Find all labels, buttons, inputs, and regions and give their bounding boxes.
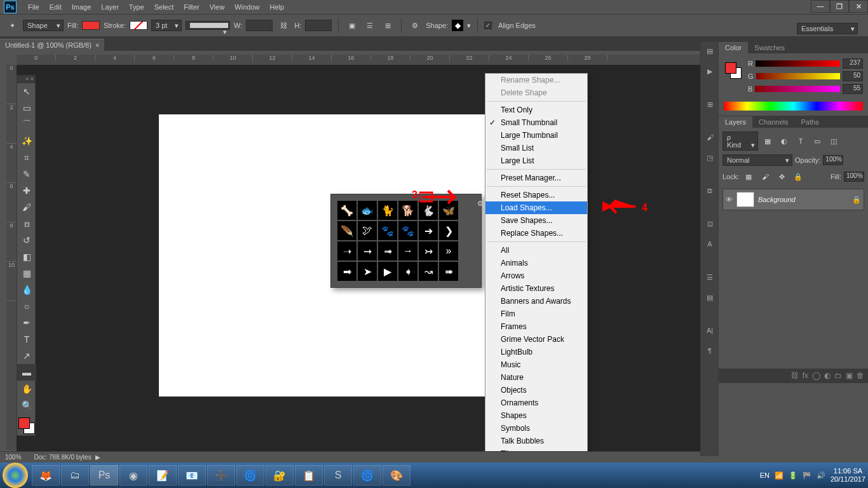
para-style-icon[interactable]: ¶ <box>701 342 719 360</box>
tray-network-icon[interactable]: 📶 <box>775 471 783 480</box>
ctx-large-thumbnail[interactable]: Large Thumbnail <box>485 129 587 142</box>
marquee-tool[interactable]: ▭ <box>17 100 36 116</box>
shape-cell-13[interactable]: ➞ <box>358 241 377 261</box>
ctx-music[interactable]: Music <box>485 358 587 371</box>
taskbar-notepad-icon[interactable]: 📝 <box>149 465 177 485</box>
filter-adjust-icon[interactable]: ◐ <box>777 134 791 148</box>
tray-volume-icon[interactable]: 🔊 <box>817 471 825 480</box>
group-icon[interactable]: 🗀 <box>834 371 842 380</box>
delete-layer-icon[interactable]: 🗑 <box>857 371 864 380</box>
shape-cell-6[interactable]: 🪶 <box>337 221 356 240</box>
menu-filter[interactable]: Filter <box>179 1 204 13</box>
properties-panel-icon[interactable]: ⊞ <box>701 95 719 113</box>
type-tool[interactable]: T <box>17 331 36 348</box>
ctx-objects[interactable]: Objects <box>485 384 587 396</box>
minimize-button[interactable]: — <box>811 0 830 13</box>
r-slider[interactable] <box>756 60 840 67</box>
ctx-arrows[interactable]: Arrows <box>485 269 587 282</box>
document-tab[interactable]: Untitled-1 @ 100% (RGB/8) × <box>0 39 104 51</box>
menu-help[interactable]: Help <box>264 1 289 13</box>
swatches-tab[interactable]: Swatches <box>748 42 791 53</box>
color-tab[interactable]: Color <box>719 42 748 53</box>
align-edges-checkbox[interactable]: ✓ <box>484 22 492 29</box>
heal-tool[interactable]: ✚ <box>17 182 36 199</box>
taskbar-app4-icon[interactable]: 📋 <box>295 465 323 485</box>
shape-cell-18[interactable]: ➡ <box>337 262 356 281</box>
color-spectrum[interactable] <box>724 102 863 111</box>
eraser-tool[interactable]: ◧ <box>17 248 36 265</box>
taskbar-outlook-icon[interactable]: 📧 <box>178 465 206 485</box>
lock-trans-icon[interactable]: ▦ <box>742 170 756 184</box>
char-style-icon[interactable]: A| <box>701 322 719 339</box>
lock-paint-icon[interactable]: 🖌 <box>758 170 772 184</box>
brush-presets-icon[interactable]: ◳ <box>701 149 719 166</box>
shape-cell-9[interactable]: 🐾 <box>398 221 417 240</box>
menu-layer[interactable]: Layer <box>96 1 124 13</box>
paths-tab[interactable]: Paths <box>795 116 825 128</box>
menu-file[interactable]: File <box>23 1 44 13</box>
shape-cell-22[interactable]: ↝ <box>419 262 438 281</box>
doc-info-menu-icon[interactable]: ▶ <box>95 454 100 461</box>
shape-cell-19[interactable]: ➤ <box>358 262 377 281</box>
lasso-tool[interactable]: ⌒ <box>17 116 36 133</box>
gear-icon[interactable]: ⚙ <box>408 18 422 32</box>
workspace-dropdown[interactable]: Essentials <box>797 23 858 34</box>
tray-battery-icon[interactable]: 🔋 <box>789 471 797 480</box>
clone-source-icon[interactable]: ⧉ <box>701 182 719 200</box>
taskbar-skype-icon[interactable]: S <box>324 465 352 485</box>
color-fg-bg-swatch[interactable] <box>724 61 743 80</box>
layers-tab[interactable]: Layers <box>719 116 752 128</box>
r-value[interactable]: 237 <box>843 58 863 69</box>
ctx-grime-vector-pack[interactable]: Grime Vector Pack <box>485 333 587 346</box>
fill-swatch[interactable] <box>82 21 100 30</box>
ctx-ornaments[interactable]: Ornaments <box>485 396 587 409</box>
ctx-large-list[interactable]: Large List <box>485 154 587 167</box>
link-wh-icon[interactable]: ⛓ <box>276 18 290 32</box>
filter-smart-icon[interactable]: ◫ <box>827 134 841 148</box>
path-op-2-icon[interactable]: ☰ <box>363 18 377 32</box>
ctx-talk-bubbles[interactable]: Talk Bubbles <box>485 435 587 447</box>
layer-fill-value[interactable]: 100% <box>844 172 864 182</box>
shape-cell-2[interactable]: 🐈 <box>378 201 397 220</box>
shape-cell-1[interactable]: 🐟 <box>358 201 377 220</box>
char-panel-icon[interactable]: ⊡ <box>701 215 719 233</box>
channels-tab[interactable]: Channels <box>752 116 794 128</box>
shape-cell-17[interactable]: » <box>439 241 458 261</box>
adjustment-icon[interactable]: ◐ <box>824 371 831 380</box>
ctx-reset-shapes-[interactable]: Reset Shapes... <box>485 189 587 201</box>
shape-cell-11[interactable]: ❯ <box>439 221 458 240</box>
brush-panel-icon[interactable]: 🖌 <box>701 128 719 146</box>
taskbar-chrome-icon[interactable]: ◉ <box>119 465 147 485</box>
stroke-swatch[interactable] <box>130 21 147 30</box>
stamp-tool[interactable]: ⧈ <box>17 215 36 232</box>
layer-filter-dropdown[interactable]: ρ Kind <box>722 132 758 151</box>
custom-shape-tool-icon[interactable]: ✦ <box>5 18 19 32</box>
ctx-small-thumbnail[interactable]: Small Thumbnail <box>485 116 587 129</box>
shape-cell-7[interactable]: 🕊 <box>358 221 377 240</box>
b-value[interactable]: 55 <box>843 84 863 94</box>
ctx-artistic-textures[interactable]: Artistic Textures <box>485 282 587 295</box>
g-value[interactable]: 50 <box>843 71 863 81</box>
menu-window[interactable]: Window <box>229 1 264 13</box>
shape-cell-21[interactable]: ➧ <box>398 262 417 281</box>
ctx-nature[interactable]: Nature <box>485 371 587 384</box>
fg-bg-swatch[interactable] <box>17 416 36 435</box>
document-tab-close-icon[interactable]: × <box>95 41 99 49</box>
filter-type-icon[interactable]: T <box>794 134 808 148</box>
tool-mode-dropdown[interactable]: Shape <box>23 20 64 31</box>
shape-preset-dropdown[interactable] <box>452 20 463 31</box>
shape-picker-gear-icon[interactable]: ⚙ <box>477 200 484 208</box>
maximize-button[interactable]: ❐ <box>830 0 849 13</box>
ctx-frames[interactable]: Frames <box>485 320 587 333</box>
tray-clock[interactable]: 11:06 SA 20/11/2017 <box>831 467 865 484</box>
menu-image[interactable]: Image <box>67 1 97 13</box>
ctx-animals[interactable]: Animals <box>485 257 587 269</box>
ctx-symbols[interactable]: Symbols <box>485 422 587 435</box>
shape-tool[interactable]: ▬ <box>17 364 36 381</box>
height-field[interactable] <box>305 20 332 31</box>
ctx-lightbulb[interactable]: LightBulb <box>485 346 587 358</box>
ctx-film[interactable]: Film <box>485 308 587 320</box>
stroke-width-dropdown[interactable]: 3 pt <box>151 20 182 31</box>
move-tool[interactable]: ↖ <box>17 83 36 100</box>
taskbar-app1-icon[interactable]: ➕ <box>207 465 235 485</box>
